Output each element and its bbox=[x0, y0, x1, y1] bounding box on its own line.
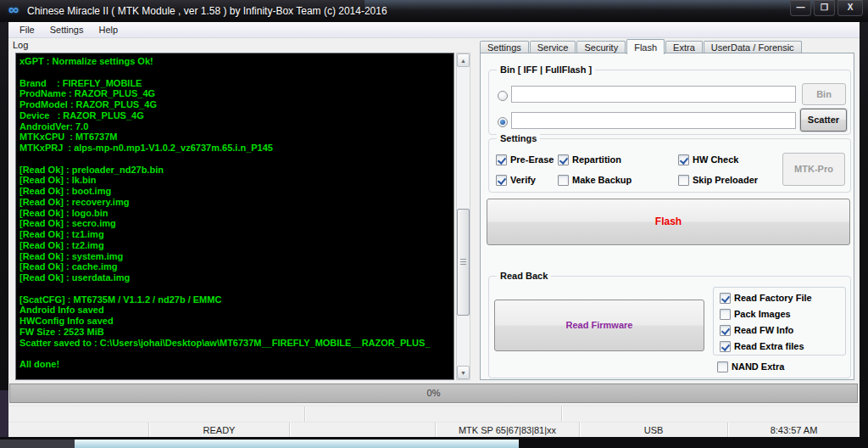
close-button[interactable]: X bbox=[837, 0, 863, 16]
minimize-button[interactable]: — bbox=[790, 0, 811, 16]
scatter-path-input[interactable] bbox=[511, 112, 796, 129]
tab-flash[interactable]: Flash bbox=[626, 39, 665, 54]
checkbox-label: Read Factory File bbox=[734, 293, 812, 303]
log-line: [Read Ok] : preloader_nd27b.bin bbox=[19, 165, 453, 176]
status-ready: READY bbox=[149, 423, 290, 437]
status-bar-lower: READY MTK SP 65|67|83|81|xx USB 8:43:57 … bbox=[8, 422, 860, 437]
tab-service[interactable]: Service bbox=[530, 41, 576, 53]
log-line: Brand : FIREFLY_MOBILE bbox=[19, 78, 453, 89]
bin-group: Bin [ IFF | FullFlash ] Bin Scatter bbox=[488, 70, 851, 135]
log-line: AndroidVer: 7.0 bbox=[19, 121, 453, 132]
log-line: [Read Ok] : tz1.img bbox=[19, 229, 453, 240]
bin-group-title: Bin [ IFF | FullFlash ] bbox=[497, 64, 595, 75]
read-firmware-button[interactable]: Read Firmware bbox=[494, 300, 704, 351]
bin-path-input[interactable] bbox=[511, 86, 796, 103]
flash-button[interactable]: Flash bbox=[487, 199, 850, 245]
desktop-bleed-corner bbox=[0, 390, 8, 437]
checkbox-read-fw-info[interactable]: Read FW Info bbox=[720, 324, 793, 336]
scatter-button[interactable]: Scatter bbox=[800, 109, 847, 132]
tab-extra[interactable]: Extra bbox=[665, 41, 703, 53]
scrollbar-thumb[interactable] bbox=[457, 209, 470, 316]
log-line: [Read Ok] : boot.img bbox=[19, 186, 453, 197]
checkbox-skip-preloader[interactable]: Skip Preloader bbox=[678, 174, 758, 186]
log-line: [ScatCFG] : MT6735M / V1.1.2 / nd27b / E… bbox=[19, 294, 453, 305]
checkbox-label: Pre-Erase bbox=[510, 154, 554, 165]
status-cell-empty bbox=[562, 406, 860, 422]
log-line: [Read Ok] : cache.img bbox=[19, 261, 453, 272]
checkbox-label: Make Backup bbox=[572, 175, 632, 185]
menubar: File Settings Help bbox=[8, 22, 860, 38]
checkbox-box bbox=[496, 175, 507, 186]
menu-file[interactable]: File bbox=[12, 23, 42, 36]
checkbox-box bbox=[678, 154, 689, 165]
log-output[interactable]: xGPT : Normalize settings Ok! Brand : FI… bbox=[15, 53, 454, 380]
checkbox-label: Skip Preloader bbox=[693, 175, 758, 185]
checkbox-label: Pack Images bbox=[734, 309, 791, 319]
checkbox-box bbox=[678, 175, 689, 186]
bin-button[interactable]: Bin bbox=[802, 83, 846, 105]
status-cell-empty bbox=[8, 423, 149, 437]
checkbox-pre-erase[interactable]: Pre-Erase bbox=[496, 154, 554, 165]
log-line: xGPT : Normalize settings Ok! bbox=[19, 56, 453, 67]
bin-radio[interactable] bbox=[498, 91, 508, 101]
status-bar-upper bbox=[8, 406, 860, 422]
window-controls: — ❐ X bbox=[790, 0, 863, 16]
log-line: ProdModel : RAZOR_PLUS_4G bbox=[19, 99, 453, 110]
log-line: MTKxCPU : MT6737M bbox=[19, 132, 453, 143]
tab-userdata-forensic[interactable]: UserData / Forensic bbox=[704, 41, 802, 53]
checkbox-read-extra-files[interactable]: Read Extra files bbox=[720, 340, 804, 352]
settings-group: Settings Pre-Erase Repartition HW Check … bbox=[488, 138, 851, 193]
scroll-down-icon[interactable]: ▼ bbox=[457, 366, 470, 379]
log-line: [Read Ok] : tz2.img bbox=[19, 240, 453, 251]
checkbox-label: Verify bbox=[510, 175, 536, 185]
checkbox-verify[interactable]: Verify bbox=[496, 174, 536, 186]
checkbox-nand-extra[interactable]: NAND Extra bbox=[717, 361, 784, 372]
checkbox-label: Read FW Info bbox=[734, 325, 793, 335]
log-scrollbar[interactable]: ▲ ▼ bbox=[456, 53, 470, 380]
infinity-box-logo-icon: ∞ bbox=[8, 2, 19, 19]
log-line: [Read Ok] : userdata.img bbox=[19, 272, 453, 283]
status-cell-empty bbox=[305, 406, 562, 422]
tab-security[interactable]: Security bbox=[576, 41, 626, 53]
status-cell-empty bbox=[8, 406, 305, 422]
scroll-up-icon[interactable]: ▲ bbox=[457, 53, 470, 67]
scatter-radio[interactable] bbox=[498, 117, 508, 127]
checkbox-box bbox=[558, 154, 569, 165]
checkbox-pack-images[interactable]: Pack Images bbox=[720, 308, 791, 320]
status-cell-empty bbox=[290, 423, 436, 437]
desktop-bleed-glass bbox=[75, 440, 519, 448]
titlebar: ∞ Chinese Miracle II ( MTK Module , ver … bbox=[0, 0, 868, 22]
checkbox-hw-check[interactable]: HW Check bbox=[678, 154, 738, 165]
checkbox-read-factory-file[interactable]: Read Factory File bbox=[720, 292, 812, 304]
log-group-label: Log bbox=[13, 40, 28, 50]
checkbox-make-backup[interactable]: Make Backup bbox=[558, 174, 632, 186]
checkbox-box bbox=[720, 341, 731, 352]
log-line bbox=[19, 154, 453, 165]
checkbox-label: HW Check bbox=[693, 154, 738, 165]
log-line: [Read Ok] : system.img bbox=[19, 251, 453, 262]
checkbox-box bbox=[720, 325, 731, 336]
checkbox-repartition[interactable]: Repartition bbox=[558, 154, 621, 165]
checkbox-box bbox=[558, 175, 569, 186]
read-back-group: Read Back Read Firmware Read Factory Fil… bbox=[488, 276, 851, 378]
maximize-button[interactable]: ❐ bbox=[814, 0, 835, 16]
checkbox-box bbox=[717, 361, 728, 372]
window-title: Chinese Miracle II ( MTK Module , ver 1.… bbox=[27, 5, 387, 17]
read-back-group-title: Read Back bbox=[497, 271, 551, 281]
menu-settings[interactable]: Settings bbox=[42, 23, 92, 36]
log-line: ProdName : RAZOR_PLUS_4G bbox=[19, 88, 453, 99]
menu-help[interactable]: Help bbox=[91, 23, 125, 36]
checkbox-label: NAND Extra bbox=[732, 361, 784, 372]
checkbox-label: Read Extra files bbox=[734, 341, 804, 351]
progress-bar: 0% bbox=[9, 384, 858, 403]
log-line: Scatter saved to : C:\Users\johai\Deskto… bbox=[19, 338, 453, 349]
log-line bbox=[19, 348, 453, 359]
checkbox-box bbox=[496, 154, 507, 165]
log-line bbox=[19, 283, 453, 294]
log-line: All done! bbox=[19, 359, 453, 370]
client-area: File Settings Help Log xGPT : Normalize … bbox=[8, 22, 860, 437]
mtk-pro-button[interactable]: MTK-Pro bbox=[782, 153, 845, 186]
flash-tab-panel: Bin [ IFF | FullFlash ] Bin Scatter Sett… bbox=[480, 53, 854, 380]
tab-settings[interactable]: Settings bbox=[480, 41, 529, 53]
log-line: Device : RAZOR_PLUS_4G bbox=[19, 110, 453, 121]
